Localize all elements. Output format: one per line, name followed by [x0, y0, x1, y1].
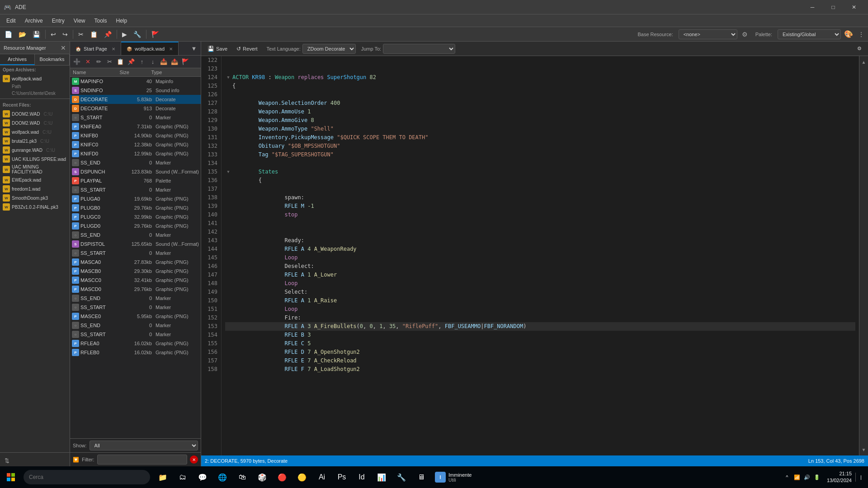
fb-cut[interactable]: ✂ — [104, 57, 114, 67]
file-row-masce0[interactable]: P MASCE0 5.95kb Graphic (PNG) — [70, 312, 201, 321]
recent-smoothdoom[interactable]: W SmoothDoom.pk3 — [0, 193, 70, 202]
file-row-rflea0[interactable]: P RFLEA0 16.02kb Graphic (PNG) — [70, 339, 201, 348]
code-area[interactable]: ▼ ACTOR KR98 : Weapon replaces SuperShot… — [222, 56, 859, 455]
toolbar-new[interactable]: 📄 — [2, 29, 15, 40]
palette-icon[interactable]: 🎨 — [844, 29, 854, 39]
search-input[interactable] — [24, 470, 150, 484]
rm-close-button[interactable]: ✕ — [61, 44, 66, 52]
filter-input[interactable] — [97, 455, 188, 465]
wolfpack-close[interactable]: ✕ — [169, 47, 173, 52]
recent-doom2-1[interactable]: W DOOM2.WAD C:\U — [0, 109, 70, 118]
taskbar-dice-icon[interactable]: 🎲 — [253, 466, 271, 488]
taskbar-opera-icon[interactable]: 🔴 — [273, 466, 291, 488]
fb-move-up[interactable]: ↑ — [137, 57, 147, 67]
tray-show-desktop[interactable]: | — [855, 473, 864, 482]
fold-btn-135[interactable]: ▼ — [225, 169, 231, 175]
tab-wolfpack[interactable]: 📦 wolfpack.wad ✕ — [121, 42, 179, 55]
tray-up-arrow[interactable]: ^ — [783, 473, 792, 482]
file-row-ssstart-2[interactable]: ○ SS_START 0 Marker — [70, 185, 201, 194]
rs-btn-1[interactable]: ▲ — [860, 58, 868, 66]
fb-rename[interactable]: ✏ — [94, 57, 104, 67]
taskbar-app3-icon[interactable]: 🖥 — [412, 466, 430, 488]
expand-panel-btn[interactable]: ▼ — [189, 43, 199, 53]
file-row-decorate-2[interactable]: D DECORATE 913 Decorate — [70, 104, 201, 113]
file-row-knifd0[interactable]: P KNIFD0 12.99kb Graphic (PNG) — [70, 149, 201, 158]
file-row-dspunch[interactable]: S DSPUNCH 123.83kb Sound (W...Format) — [70, 167, 201, 176]
fb-move-down[interactable]: ↓ — [148, 57, 158, 67]
tray-volume[interactable]: 🔊 — [802, 473, 811, 482]
file-row-ssstart-3[interactable]: ○ SS_START 0 Marker — [70, 249, 201, 258]
file-row-playpal[interactable]: P PLAYPAL 768 Palette — [70, 176, 201, 185]
fb-new-entry[interactable]: ➕ — [72, 57, 82, 67]
menu-entry[interactable]: Entry — [47, 16, 69, 26]
toolbar-flag[interactable]: 🚩 — [149, 29, 162, 40]
toolbar-test[interactable]: 🔧 — [131, 29, 144, 40]
taskbar-imminente-app[interactable]: I Imminente Utili — [430, 468, 476, 486]
taskbar-explorer-icon[interactable]: 🗂 — [174, 466, 192, 488]
menu-view[interactable]: View — [69, 16, 90, 26]
fb-delete[interactable]: ✕ — [83, 57, 93, 67]
toolbar-redo[interactable]: ↪ — [60, 29, 71, 40]
recent-doom2-2[interactable]: W DOOM2.WAD C:\U — [0, 118, 70, 127]
editor-options-btn[interactable]: ⚙ — [854, 43, 865, 54]
menu-edit[interactable]: Edit — [2, 16, 20, 26]
start-button[interactable] — [0, 466, 22, 488]
fb-paste[interactable]: 📌 — [126, 57, 136, 67]
menu-archive[interactable]: Archive — [20, 16, 47, 26]
tab-start-page[interactable]: 🏠 Start Page ✕ — [70, 42, 121, 55]
fold-btn-124[interactable]: ▼ — [225, 75, 231, 81]
menu-tools[interactable]: Tools — [90, 16, 112, 26]
save-button[interactable]: 💾 Save — [204, 43, 231, 54]
file-row-rfleb0[interactable]: P RFLEB0 16.02kb Graphic (PNG) — [70, 348, 201, 357]
jump-to-select[interactable] — [383, 44, 455, 54]
recent-pb3z[interactable]: W PB3Zv1.0.2-FINAL.pk3 — [0, 202, 70, 211]
file-row-dspistol[interactable]: S DSPISTOL 125.65kb Sound (W...Format) — [70, 239, 201, 249]
filter-clear-button[interactable]: ✕ — [190, 455, 198, 464]
file-row-knifc0[interactable]: P KNIFC0 12.38kb Graphic (PNG) — [70, 140, 201, 149]
toolbar-undo[interactable]: ↩ — [48, 29, 59, 40]
maximize-button[interactable]: □ — [823, 0, 844, 14]
show-select[interactable]: All — [90, 441, 198, 450]
more-options[interactable]: ⋮ — [856, 29, 866, 39]
taskbar-indesign-icon[interactable]: Id — [353, 466, 371, 488]
taskbar-app1-icon[interactable]: 📊 — [373, 466, 391, 488]
file-row-plugd0[interactable]: P PLUGD0 29.76kb Graphic (PNG) — [70, 221, 201, 230]
recent-wolfpack[interactable]: W wolfpack.wad C:\U — [0, 127, 70, 136]
recent-gunrange[interactable]: W gunrange.WAD C:\U — [0, 145, 70, 155]
toolbar-play[interactable]: ▶ — [119, 29, 130, 40]
base-resource-gear[interactable]: ⚙ — [740, 29, 750, 39]
start-page-close[interactable]: ✕ — [112, 47, 115, 52]
taskbar-files-icon[interactable]: 📁 — [154, 466, 172, 488]
language-select[interactable]: ZDoom Decorate — [302, 44, 356, 54]
taskbar-store-icon[interactable]: 🛍 — [233, 466, 251, 488]
taskbar-teams-icon[interactable]: 💬 — [193, 466, 212, 488]
recent-uac-killing[interactable]: W UAC KILLING SPREE.wad — [0, 155, 70, 164]
file-row-ssend-2[interactable]: ○ SS_END 0 Marker — [70, 230, 201, 239]
recent-uac-mining[interactable]: W UAC MINING FACILITY.WAD — [0, 164, 70, 175]
file-row-ssend-4[interactable]: ○ SS_END 0 Marker — [70, 321, 201, 330]
file-row-pluga0[interactable]: P PLUGA0 19.69kb Graphic (PNG) — [70, 194, 201, 203]
taskbar-chrome-icon[interactable]: 🟡 — [293, 466, 311, 488]
file-row-mascd0[interactable]: P MASCD0 29.76kb Graphic (PNG) — [70, 285, 201, 294]
file-row-sstart-1[interactable]: ○ S_START 0 Marker — [70, 113, 201, 122]
toolbar-open[interactable]: 📂 — [16, 29, 29, 40]
taskbar-photoshop-icon[interactable]: Ps — [333, 466, 351, 488]
system-clock[interactable]: 21:15 13/02/2024 — [827, 470, 852, 484]
tab-bookmarks[interactable]: Bookmarks — [35, 54, 70, 65]
rm-sort-btn[interactable]: ⇅ — [2, 455, 12, 465]
toolbar-copy[interactable]: 📋 — [87, 29, 100, 40]
archive-wolfpack[interactable]: W wolfpack.wad — [0, 74, 70, 83]
file-row-plugc0[interactable]: P PLUGC0 32.99kb Graphic (PNG) — [70, 212, 201, 221]
file-row-sndinfo[interactable]: S SNDINFO 25 Sound info — [70, 86, 201, 95]
taskbar-edge-icon[interactable]: 🌐 — [213, 466, 231, 488]
file-row-ssend-3[interactable]: ○ SS_END 0 Marker — [70, 294, 201, 303]
file-row-knifea0[interactable]: P KNIFEA0 7.31kb Graphic (PNG) — [70, 122, 201, 131]
file-row-ssstart-4[interactable]: ○ SS_START 0 Marker — [70, 303, 201, 312]
file-row-masca0[interactable]: P MASCA0 27.83kb Graphic (PNG) — [70, 258, 201, 267]
file-row-plugb0[interactable]: P PLUGB0 29.76kb Graphic (PNG) — [70, 203, 201, 212]
recent-brutal[interactable]: W brutal21.pk3 C:\U — [0, 136, 70, 145]
palette-select[interactable]: Existing/Global — [778, 29, 841, 39]
file-row-mapinfo[interactable]: M MAPINFO 40 Mapinfo — [70, 77, 201, 86]
revert-button[interactable]: ↺ Revert — [233, 43, 261, 54]
file-row-mascb0[interactable]: P MASCB0 29.30kb Graphic (PNG) — [70, 267, 201, 276]
